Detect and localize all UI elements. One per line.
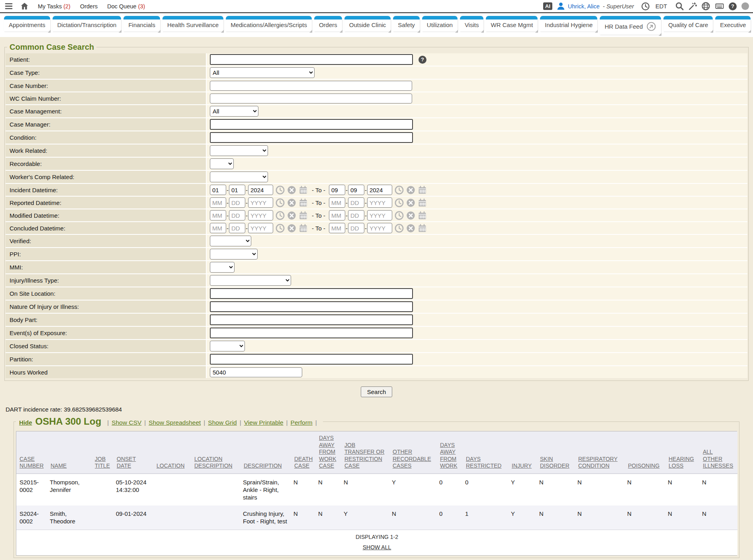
table-row[interactable]: S2015-0002Thompson, Jennifer05-10-2024 1…	[16, 474, 737, 506]
clear-date-icon[interactable]	[287, 211, 296, 220]
show-spreadsheet-link[interactable]: Show Spreadsheet	[149, 419, 201, 426]
tab-outside-clinic[interactable]: Outside Clinic	[344, 16, 391, 31]
field-help-icon[interactable]: ?	[419, 56, 426, 64]
show-all-link[interactable]: SHOW ALL	[363, 544, 391, 550]
external-link-icon[interactable]	[646, 21, 656, 31]
tab-health-surveillance[interactable]: Health Surveillance	[162, 16, 223, 31]
sort-link-days-away-from-work-case[interactable]: DAYS AWAY FROM WORK CASE	[319, 435, 336, 469]
date-dd-input[interactable]	[348, 210, 364, 220]
nav-orders[interactable]: Orders	[80, 3, 98, 10]
time-picker-icon[interactable]	[395, 211, 404, 220]
date-yyyy-input[interactable]	[248, 210, 273, 220]
sort-link-hearing-loss[interactable]: HEARING LOSS	[669, 456, 694, 469]
date-yyyy-input[interactable]	[367, 223, 392, 233]
nature-of-injury-or-illness-input[interactable]	[210, 301, 413, 312]
hours-worked-input[interactable]	[210, 367, 302, 377]
hide-link[interactable]: Hide	[19, 419, 32, 426]
time-picker-icon[interactable]	[395, 224, 404, 233]
tab-industrial-hygiene[interactable]: Industrial Hygiene	[540, 16, 597, 31]
tab-financials[interactable]: Financials	[123, 16, 160, 31]
wc-claim-number-input[interactable]	[210, 94, 412, 103]
sort-link-location[interactable]: LOCATION	[156, 462, 185, 469]
calendar-icon[interactable]	[299, 211, 308, 220]
date-yyyy-input[interactable]	[367, 185, 392, 195]
sort-link-respiratory-condition[interactable]: RESPIRATORY CONDITION	[578, 456, 618, 469]
sort-link-description[interactable]: DESCRIPTION	[244, 462, 282, 469]
search-button[interactable]: Search	[361, 386, 393, 397]
sort-link-skin-disorder[interactable]: SKIN DISORDER	[540, 456, 569, 469]
sort-link-days-restricted[interactable]: DAYS RESTRICTED	[466, 456, 501, 469]
home-icon[interactable]	[20, 2, 29, 11]
tab-hr-data-feed[interactable]: HR Data Feed	[600, 16, 661, 35]
date-mm-input[interactable]	[329, 197, 345, 208]
sort-link-name[interactable]: NAME	[51, 462, 66, 469]
sort-link-other-recordable-cases[interactable]: OTHER RECORDABLE CASES	[393, 449, 431, 469]
case-type-select[interactable]: All	[210, 67, 315, 78]
event-s-of-exposure-input[interactable]	[210, 328, 413, 338]
sort-link-onset-date[interactable]: ONSET DATE	[117, 456, 136, 469]
body-part-input[interactable]	[210, 314, 413, 325]
clear-date-icon[interactable]	[406, 185, 415, 195]
on-site-location-input[interactable]	[210, 288, 413, 299]
calendar-icon[interactable]	[418, 198, 427, 207]
tab-utilization[interactable]: Utilization	[422, 16, 458, 31]
tab-wr-case-mgmt[interactable]: WR Case Mgmt	[486, 16, 538, 31]
sort-link-injury[interactable]: INJURY	[512, 462, 532, 469]
sort-link-location-description[interactable]: LOCATION DESCRIPTION	[194, 456, 233, 469]
date-dd-input[interactable]	[229, 223, 245, 233]
injury-illness-type-select[interactable]	[210, 275, 291, 286]
time-picker-icon[interactable]	[276, 198, 285, 207]
sort-link-death-case[interactable]: DEATH CASE	[294, 456, 313, 469]
case-manager-input[interactable]	[210, 119, 413, 130]
sort-link-all-other-illnesses[interactable]: ALL OTHER ILLNESSES	[703, 449, 733, 469]
user-name-link[interactable]: Uhrick, Alice	[568, 3, 600, 10]
calendar-icon[interactable]	[418, 224, 427, 233]
date-mm-input[interactable]	[210, 210, 226, 220]
clear-date-icon[interactable]	[406, 198, 415, 207]
show-grid-link[interactable]: Show Grid	[208, 419, 237, 426]
patient-input[interactable]	[210, 54, 413, 65]
date-mm-input[interactable]	[210, 185, 226, 195]
view-printable-link[interactable]: View Printable	[244, 419, 284, 426]
worker-s-comp-related-select[interactable]	[210, 172, 268, 182]
table-row[interactable]: S2024-0002Smith, Theodore09-01-2024Crush…	[16, 505, 737, 530]
clear-date-icon[interactable]	[406, 224, 415, 233]
clear-date-icon[interactable]	[287, 198, 296, 207]
date-mm-input[interactable]	[329, 185, 345, 195]
case-number-input[interactable]	[210, 81, 412, 91]
help-icon[interactable]: ?	[729, 2, 737, 10]
date-yyyy-input[interactable]	[367, 197, 392, 208]
case-management-select[interactable]: All	[210, 106, 258, 117]
tab-quality-of-care[interactable]: Quality of Care	[663, 16, 713, 31]
date-yyyy-input[interactable]	[248, 223, 273, 233]
clear-date-icon[interactable]	[406, 211, 415, 220]
date-yyyy-input[interactable]	[248, 185, 273, 195]
tab-visits[interactable]: Visits	[460, 16, 484, 31]
calendar-icon[interactable]	[299, 185, 308, 195]
date-mm-input[interactable]	[210, 197, 226, 208]
tab-executive[interactable]: Executive	[715, 16, 751, 31]
partition-input[interactable]	[210, 354, 413, 365]
tab-appointments[interactable]: Appointments	[4, 16, 50, 31]
date-dd-input[interactable]	[348, 185, 364, 195]
date-mm-input[interactable]	[329, 210, 345, 220]
clear-date-icon[interactable]	[287, 185, 296, 195]
time-picker-icon[interactable]	[276, 185, 285, 195]
sort-link-case-number[interactable]: CASE NUMBER	[20, 456, 44, 469]
date-yyyy-input[interactable]	[367, 210, 392, 220]
sort-link-poisoning[interactable]: POISONING	[628, 462, 659, 469]
tab-dictation-transcription[interactable]: Dictation/Transcription	[53, 16, 121, 31]
date-dd-input[interactable]	[348, 223, 364, 233]
calendar-icon[interactable]	[299, 224, 308, 233]
date-dd-input[interactable]	[229, 185, 245, 195]
time-picker-icon[interactable]	[395, 185, 404, 195]
closed-status-select[interactable]	[210, 341, 245, 351]
time-picker-icon[interactable]	[395, 198, 404, 207]
sort-link-job-title[interactable]: JOB TITLE	[95, 456, 110, 469]
keyboard-icon[interactable]	[714, 2, 725, 11]
sort-link-job-transfer-or-restriction-case[interactable]: JOB TRANSFER OR RESTRICTION CASE	[344, 442, 384, 469]
sort-link-days-away-from-work[interactable]: DAYS AWAY FROM WORK	[440, 442, 458, 469]
time-picker-icon[interactable]	[276, 224, 285, 233]
condition-input[interactable]	[210, 132, 413, 143]
ai-badge[interactable]: AI	[543, 2, 552, 10]
